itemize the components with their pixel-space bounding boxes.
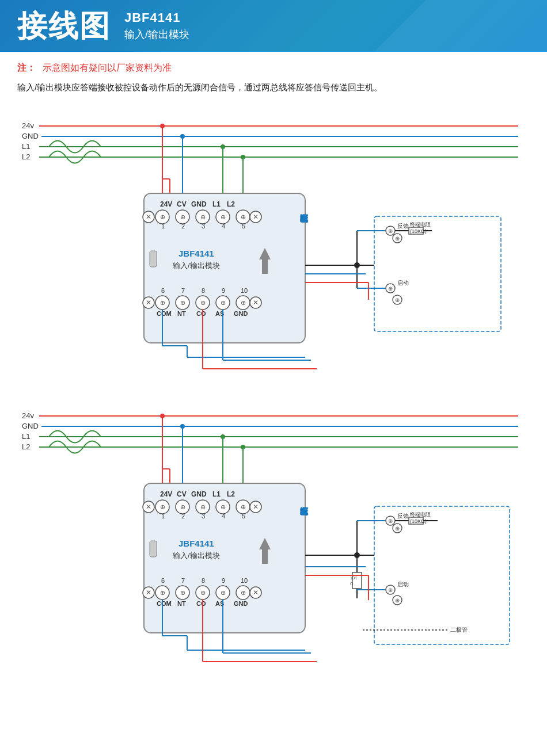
svg-text:L1: L1 [22, 432, 30, 441]
svg-point-181 [221, 434, 225, 439]
svg-text:⊕: ⊕ [395, 597, 400, 604]
svg-text:⊕: ⊕ [221, 589, 226, 596]
svg-text:L1: L1 [212, 200, 221, 208]
svg-text:⊕: ⊕ [180, 589, 185, 596]
svg-text:⊕: ⊕ [395, 235, 400, 242]
svg-point-177 [160, 414, 165, 418]
svg-text:(10KΩ): (10KΩ) [410, 518, 427, 524]
svg-text:2: 2 [181, 223, 185, 230]
svg-text:启动: 启动 [397, 581, 409, 587]
svg-text:4: 4 [222, 513, 225, 520]
svg-text:10: 10 [241, 287, 248, 294]
svg-text:CV: CV [177, 490, 187, 498]
svg-text:⊕: ⊕ [241, 503, 246, 510]
content-area: 注： 示意图如有疑问以厂家资料为准 输入/输出模块应答端接收被控设备动作后的无源… [0, 52, 547, 701]
svg-text:⊕: ⊕ [395, 525, 400, 532]
svg-text:3: 3 [202, 223, 205, 230]
svg-text:GND: GND [22, 422, 39, 430]
svg-text:终端电阻: 终端电阻 [410, 511, 431, 517]
svg-text:CO: CO [196, 600, 206, 607]
svg-point-67 [160, 124, 165, 128]
svg-text:GND: GND [191, 200, 207, 208]
svg-text:5: 5 [242, 223, 245, 230]
svg-text:GND: GND [234, 600, 248, 607]
svg-text:⊕: ⊕ [200, 589, 206, 596]
svg-text:⊕: ⊕ [221, 213, 226, 220]
svg-text:⊕: ⊕ [200, 299, 206, 306]
diagram2-svg: 24v GND L1 L2 24V CV GND L1 L2 [17, 394, 530, 676]
svg-text:⊕: ⊕ [241, 299, 246, 306]
svg-text:启动: 启动 [397, 280, 409, 286]
svg-text:GND: GND [234, 310, 248, 317]
svg-text:✕: ✕ [146, 213, 151, 221]
svg-text:✕: ✕ [253, 589, 259, 597]
svg-text:⊕: ⊕ [388, 285, 393, 292]
svg-text:⊕: ⊕ [388, 518, 393, 524]
svg-text:1: 1 [161, 223, 165, 230]
diagram2: 24v GND L1 L2 24V CV GND L1 L2 [17, 394, 530, 676]
svg-text:NT: NT [177, 600, 186, 607]
svg-text:✕: ✕ [146, 503, 151, 511]
svg-text:24v: 24v [22, 121, 34, 130]
svg-text:Ω: Ω [350, 582, 353, 586]
svg-text:L1: L1 [212, 490, 221, 498]
svg-point-183 [241, 445, 245, 449]
svg-text:✕: ✕ [146, 589, 151, 597]
svg-text:⊕: ⊕ [200, 213, 206, 220]
svg-text:1: 1 [161, 513, 165, 520]
svg-text:⊕: ⊕ [221, 503, 226, 510]
svg-point-73 [241, 155, 245, 159]
svg-text:24v: 24v [22, 411, 34, 420]
svg-text:⊕: ⊕ [180, 299, 185, 306]
svg-text:(10KΩ): (10KΩ) [410, 228, 427, 234]
svg-text:L1: L1 [22, 142, 30, 151]
svg-text:⊕: ⊕ [388, 587, 393, 593]
svg-point-179 [180, 424, 185, 429]
svg-text:⊕: ⊕ [241, 589, 246, 596]
svg-point-71 [221, 144, 225, 149]
svg-text:输入/输出模块: 输入/输出模块 [173, 261, 220, 270]
svg-text:✕: ✕ [253, 213, 259, 221]
svg-text:6: 6 [161, 287, 165, 294]
diagram1-svg: 24v GND L1 L2 24V CV GND L1 L2 [17, 104, 530, 380]
svg-text:L2: L2 [22, 442, 30, 451]
svg-text:CV: CV [177, 200, 187, 208]
page-title-cn: 接线图 [17, 11, 111, 41]
svg-text:4: 4 [222, 223, 225, 230]
svg-text:L2: L2 [227, 200, 235, 208]
svg-text:COM: COM [157, 600, 172, 607]
svg-text:10K: 10K [350, 576, 358, 580]
svg-text:✕: ✕ [253, 503, 259, 511]
module-subtitle: 输入/输出模块 [124, 28, 189, 41]
svg-text:3: 3 [202, 513, 205, 520]
svg-text:NT: NT [177, 310, 186, 317]
svg-text:输入/输出模块: 输入/输出模块 [173, 551, 220, 560]
svg-text:L2: L2 [22, 152, 30, 161]
header: 接线图 JBF4141 输入/输出模块 [0, 0, 547, 52]
svg-text:⊕: ⊕ [180, 503, 185, 510]
svg-text:2: 2 [181, 513, 185, 520]
svg-text:24V: 24V [160, 200, 172, 208]
svg-text:GND: GND [191, 490, 207, 498]
svg-text:7: 7 [181, 577, 185, 584]
note-text: 示意图如有疑问以厂家资料为准 [43, 62, 172, 74]
svg-text:⊕: ⊕ [221, 299, 226, 306]
svg-text:24V: 24V [160, 490, 172, 498]
svg-text:CO: CO [196, 310, 206, 317]
svg-text:⊕: ⊕ [395, 297, 400, 303]
svg-text:⊕: ⊕ [180, 213, 185, 220]
svg-text:反馈: 反馈 [397, 223, 409, 229]
svg-point-69 [180, 134, 185, 139]
model-number: JBF4141 [124, 10, 189, 25]
svg-text:⊕: ⊕ [200, 503, 206, 510]
svg-text:反馈: 反馈 [397, 513, 409, 519]
note-label: 注： [17, 62, 36, 74]
svg-rect-150 [150, 541, 157, 557]
svg-text:JBF4141: JBF4141 [178, 539, 214, 548]
svg-text:9: 9 [222, 577, 225, 584]
note-line: 注： 示意图如有疑问以厂家资料为准 [17, 62, 530, 74]
svg-text:⊕: ⊕ [160, 589, 165, 596]
svg-text:✕: ✕ [253, 299, 259, 307]
svg-text:5: 5 [242, 513, 245, 520]
svg-text:⊕: ⊕ [160, 299, 165, 306]
